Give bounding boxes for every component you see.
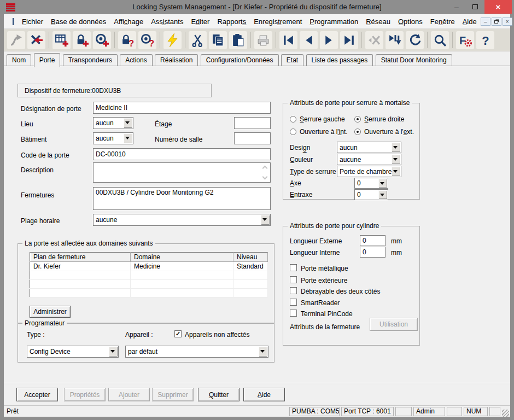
dropdown-arrow-icon[interactable] bbox=[378, 190, 387, 199]
mdi-close-button[interactable]: × bbox=[503, 18, 512, 26]
programmer-appareil-combo[interactable]: par défaut bbox=[125, 346, 268, 358]
scroll-down-icon[interactable] bbox=[262, 174, 268, 180]
accepter-button[interactable]: Accepter bbox=[16, 388, 58, 401]
mdi-minimize-button[interactable]: – bbox=[481, 18, 490, 26]
tab-nom[interactable]: Nom bbox=[7, 54, 31, 66]
previous-record-button[interactable] bbox=[300, 31, 318, 49]
column-plan-de-fermeture[interactable]: Plan de fermeture bbox=[30, 253, 131, 262]
tab-porte[interactable]: Porte bbox=[34, 53, 61, 67]
dropdown-arrow-icon[interactable] bbox=[109, 347, 118, 357]
programmer-type-combo[interactable]: Config Device bbox=[27, 346, 119, 358]
menu-programmation[interactable]: P̲rogrammation bbox=[306, 15, 362, 28]
dropdown-arrow-icon[interactable] bbox=[259, 347, 267, 357]
debrayable-checkbox[interactable] bbox=[290, 287, 297, 294]
type-de-serrure-combo[interactable]: Porte de chambre bbox=[337, 166, 401, 177]
resize-grip[interactable] bbox=[502, 410, 509, 417]
terminal-pincode-checkbox[interactable] bbox=[290, 310, 297, 317]
menu-enregistrement[interactable]: Enregist̲rement bbox=[250, 15, 306, 28]
tab-etat[interactable]: Etat bbox=[281, 54, 303, 66]
menu-rapports[interactable]: Rapports̲ bbox=[213, 15, 250, 28]
designation-input[interactable] bbox=[93, 102, 271, 114]
appareils-non-affectes-checkbox[interactable]: ✓ bbox=[174, 330, 182, 337]
cut-button[interactable] bbox=[189, 31, 207, 49]
utilisation-button[interactable]: Utilisation bbox=[370, 318, 418, 331]
dropdown-arrow-icon[interactable] bbox=[124, 133, 132, 143]
last-record-button[interactable] bbox=[340, 31, 358, 49]
design-combo[interactable]: aucun bbox=[337, 142, 401, 153]
batiment-combo[interactable]: aucun bbox=[93, 132, 133, 144]
minimize-button[interactable]: – bbox=[447, 0, 466, 14]
column-niveau[interactable]: Niveau bbox=[233, 253, 268, 262]
connect-button[interactable] bbox=[7, 31, 25, 49]
refresh-button[interactable] bbox=[406, 31, 424, 49]
maximize-button[interactable] bbox=[466, 0, 484, 14]
longueur-externe-input[interactable] bbox=[360, 235, 385, 246]
menu-editer[interactable]: Ed̲iter bbox=[187, 15, 213, 28]
field-settings-button[interactable]: F bbox=[456, 31, 474, 49]
menu-fichier[interactable]: F̲ichier bbox=[18, 15, 47, 28]
apply-record-button[interactable] bbox=[385, 31, 404, 49]
menu-base-de-donnees[interactable]: B̲ase de données bbox=[47, 15, 110, 28]
close-button[interactable]: × bbox=[484, 0, 512, 14]
quitter-button[interactable]: Q̲uitter bbox=[198, 388, 240, 401]
dropdown-arrow-icon[interactable] bbox=[124, 118, 132, 128]
dropdown-arrow-icon[interactable] bbox=[392, 155, 400, 164]
plage-horaire-combo[interactable]: aucune bbox=[93, 214, 271, 226]
column-domaine[interactable]: Domaine bbox=[131, 253, 233, 262]
dropdown-arrow-icon[interactable] bbox=[261, 215, 270, 225]
disconnect-button[interactable] bbox=[27, 31, 45, 49]
salle-input[interactable] bbox=[234, 132, 271, 144]
ouverture-ext-radio[interactable] bbox=[354, 129, 361, 135]
dropdown-arrow-icon[interactable] bbox=[392, 167, 400, 176]
copy-button[interactable] bbox=[209, 31, 227, 49]
tab-liste-des-passages[interactable]: Liste des passages bbox=[306, 54, 373, 66]
description-field[interactable] bbox=[93, 162, 271, 183]
read-lock-button[interactable]: ? bbox=[118, 31, 136, 49]
first-record-button[interactable] bbox=[279, 31, 297, 49]
read-transponder-button[interactable]: ? bbox=[138, 31, 156, 49]
supprimer-button[interactable]: Supprimer bbox=[152, 388, 194, 401]
aide-button[interactable]: A̲ide bbox=[243, 388, 285, 401]
serrure-droite-radio[interactable] bbox=[354, 116, 361, 122]
fermetures-field[interactable]: 00DXU3B / Cylindre Door Monitoring G2 bbox=[93, 187, 271, 210]
cancel-record-button[interactable] bbox=[365, 31, 383, 49]
smartreader-checkbox[interactable] bbox=[290, 299, 297, 306]
menu-options[interactable]: O̲ptions bbox=[394, 15, 427, 28]
program-button[interactable] bbox=[163, 31, 182, 49]
proprietes-button[interactable]: Propriétés bbox=[64, 388, 106, 401]
administrer-button[interactable]: Administrer bbox=[30, 306, 71, 318]
dropdown-arrow-icon[interactable] bbox=[392, 143, 400, 152]
tab-actions[interactable]: Actions bbox=[120, 54, 152, 66]
tab-realisation[interactable]: Réalisation bbox=[155, 54, 198, 66]
tab-transpondeurs[interactable]: Transpondeurs bbox=[63, 54, 118, 66]
menu-aide[interactable]: A̲ide bbox=[459, 15, 481, 28]
menu-fenetre[interactable]: Fen̲être bbox=[427, 15, 459, 28]
porte-metallique-checkbox[interactable] bbox=[290, 264, 297, 271]
menu-reseau[interactable]: R̲éseau bbox=[362, 15, 394, 28]
table-row[interactable]: Dr. Kiefer Medicine Standard bbox=[30, 262, 268, 271]
axe-combo[interactable]: 0 bbox=[354, 178, 388, 189]
tab-configuration-donnees[interactable]: Configuration/Données bbox=[201, 54, 279, 66]
new-locking-system-button[interactable] bbox=[52, 31, 71, 49]
new-transponder-button[interactable] bbox=[93, 31, 111, 49]
serrure-gauche-radio[interactable] bbox=[290, 116, 296, 122]
ajouter-button[interactable]: Ajouter bbox=[108, 388, 150, 401]
code-input[interactable] bbox=[93, 148, 271, 160]
dropdown-arrow-icon[interactable] bbox=[378, 179, 387, 188]
tab-statut-door-monitoring[interactable]: Statut Door Monitoring bbox=[376, 54, 452, 66]
ouverture-int-radio[interactable] bbox=[290, 129, 296, 135]
print-button[interactable] bbox=[254, 31, 272, 49]
couleur-combo[interactable]: aucune bbox=[337, 154, 401, 165]
scroll-up-icon[interactable] bbox=[262, 166, 268, 171]
menu-assistants[interactable]: Assi̲stants bbox=[147, 15, 187, 28]
menu-affichage[interactable]: Affic̲hage bbox=[110, 15, 147, 28]
entraxe-combo[interactable]: 0 bbox=[354, 189, 388, 200]
next-record-button[interactable] bbox=[320, 31, 338, 49]
paste-button[interactable] bbox=[229, 31, 247, 49]
porte-exterieure-checkbox[interactable] bbox=[290, 276, 297, 283]
help-button[interactable]: ? bbox=[476, 31, 494, 49]
mdi-restore-button[interactable] bbox=[492, 18, 501, 26]
etage-input[interactable] bbox=[234, 117, 271, 129]
lieu-combo[interactable]: aucun bbox=[93, 117, 133, 129]
new-lock-button[interactable] bbox=[73, 31, 91, 49]
